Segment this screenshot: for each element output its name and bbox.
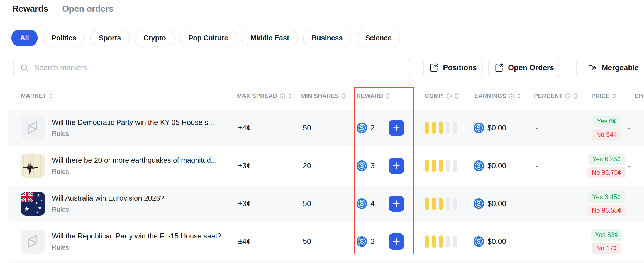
market-rows: Will the Democratic Party win the KY-05 … (8, 110, 644, 263)
col-max-spread[interactable]: MAX SPREAD (235, 92, 299, 99)
comp-bar (446, 122, 450, 134)
filter-chip-sports[interactable]: Sports (90, 30, 130, 46)
filter-chip-politics[interactable]: Politics (43, 30, 85, 46)
add-liquidity-button[interactable] (389, 158, 404, 174)
max-spread-value: ±4¢ (235, 237, 299, 246)
yes-price-badge[interactable]: Yes 83¢ (591, 229, 622, 241)
tab-rewards[interactable]: Rewards (12, 4, 48, 14)
seismograph-image (21, 154, 45, 178)
no-price-badge[interactable]: No 96.55¢ (587, 205, 625, 216)
market-title[interactable]: Will Australia win Eurovision 2026? (52, 194, 164, 203)
table-header: MARKET MAX SPREAD MIN SHARES REWARD COMP… (8, 92, 644, 99)
earnings-cell: $0.00 (472, 160, 532, 171)
rules-link[interactable]: Rules (52, 130, 214, 138)
sort-icon[interactable] (612, 93, 616, 99)
price-cell: Yes 3.45¢No 96.55¢ (588, 191, 625, 216)
yes-price-badge[interactable]: Yes 6.25¢ (588, 154, 625, 165)
comp-bar (453, 198, 457, 210)
col-earnings[interactable]: EARNINGS (472, 92, 532, 99)
australia-flag-image (21, 192, 45, 216)
sort-icon[interactable] (288, 93, 292, 99)
filter-chip-crypto[interactable]: Crypto (135, 30, 175, 46)
min-shares-value: 50 (299, 124, 354, 132)
market-title[interactable]: Will there be 20 or more earthquakes of … (52, 156, 217, 165)
rules-link[interactable]: Rules (52, 206, 164, 213)
filter-chip-science[interactable]: Science (357, 30, 400, 46)
table-row[interactable]: Will the Republican Party win the FL-15 … (8, 223, 644, 260)
no-price-badge[interactable]: No 17¢ (592, 243, 621, 254)
open-orders-button[interactable]: Open Orders (488, 59, 560, 77)
no-price-badge[interactable]: No 93.75¢ (587, 167, 625, 178)
usdc-icon (474, 198, 484, 209)
col-reward[interactable]: REWARD (354, 92, 414, 99)
comp-bar (439, 198, 443, 210)
competitiveness-meter (414, 160, 472, 172)
tab-open-orders[interactable]: Open orders (62, 4, 113, 14)
info-icon[interactable] (446, 93, 452, 99)
positions-label: Positions (443, 64, 477, 72)
max-spread-value: ±4¢ (235, 124, 299, 132)
comp-bar (425, 235, 429, 248)
image-placeholder-icon (21, 230, 45, 254)
table-row-partial[interactable] (8, 261, 644, 263)
comp-bar (432, 198, 436, 210)
sort-icon[interactable] (386, 93, 390, 99)
competitiveness-meter (414, 198, 472, 210)
comp-bar (425, 198, 429, 210)
positions-button[interactable]: Positions (423, 59, 483, 77)
competitiveness-meter (414, 122, 472, 134)
col-market[interactable]: MARKET (8, 92, 235, 99)
usdc-icon (357, 123, 367, 133)
sort-icon[interactable] (517, 93, 521, 99)
clipboard-check-icon (429, 63, 438, 72)
col-change[interactable]: CH (625, 92, 644, 99)
min-shares-value: 50 (299, 237, 354, 246)
search-input[interactable] (34, 63, 403, 72)
table-row[interactable]: Will there be 20 or more earthquakes of … (8, 148, 644, 184)
market-title[interactable]: Will the Republican Party win the FL-15 … (52, 232, 221, 240)
search-box[interactable] (13, 59, 410, 77)
info-icon[interactable] (565, 93, 571, 99)
col-min-shares[interactable]: MIN SHARES (299, 92, 354, 99)
reward-value: 4 (370, 199, 375, 208)
add-liquidity-button[interactable] (389, 120, 404, 136)
add-liquidity-button[interactable] (389, 196, 404, 212)
market-title[interactable]: Will the Democratic Party win the KY-05 … (52, 118, 214, 127)
filter-chip-pop-culture[interactable]: Pop Culture (180, 30, 237, 46)
yes-price-badge[interactable]: Yes 6¢ (593, 116, 621, 127)
col-percent[interactable]: PERCENT (532, 92, 588, 99)
plus-icon (392, 124, 401, 132)
rules-link[interactable]: Rules (52, 243, 221, 251)
filter-chip-all[interactable]: All (11, 30, 38, 46)
price-cell: Yes 6¢No 94¢ (588, 116, 625, 140)
clipboard-clock-icon (494, 63, 504, 72)
comp-bar (432, 160, 436, 172)
max-spread-value: ±3¢ (235, 199, 299, 208)
percent-value: - (532, 237, 588, 246)
info-icon[interactable] (509, 93, 514, 99)
col-comp[interactable]: COMP. (414, 92, 472, 99)
mergeable-button[interactable]: Mergeable (576, 59, 644, 77)
yes-price-badge[interactable]: Yes 3.45¢ (588, 191, 625, 203)
sort-icon[interactable] (49, 93, 53, 99)
col-price[interactable]: PRICE (588, 92, 625, 99)
info-icon[interactable] (280, 93, 286, 99)
reward-value: 3 (370, 162, 375, 170)
comp-bar (432, 235, 436, 248)
plus-icon (392, 199, 401, 208)
sort-icon[interactable] (455, 93, 458, 99)
sort-icon[interactable] (341, 93, 345, 99)
filter-chip-middle-east[interactable]: Middle East (242, 30, 298, 46)
change-value: - (625, 237, 644, 246)
table-row[interactable]: Will the Democratic Party win the KY-05 … (8, 110, 644, 146)
market-cell: Will Australia win Eurovision 2026?Rules (8, 192, 235, 216)
rules-link[interactable]: Rules (52, 168, 217, 176)
percent-value: - (532, 124, 588, 132)
page-tabs: Rewards Open orders (12, 4, 114, 14)
no-price-badge[interactable]: No 94¢ (592, 129, 621, 140)
add-liquidity-button[interactable] (389, 233, 404, 250)
percent-value: - (532, 199, 588, 208)
sort-icon[interactable] (574, 93, 577, 99)
filter-chip-business[interactable]: Business (303, 30, 351, 46)
table-row[interactable]: Will Australia win Eurovision 2026?Rules… (8, 186, 644, 222)
